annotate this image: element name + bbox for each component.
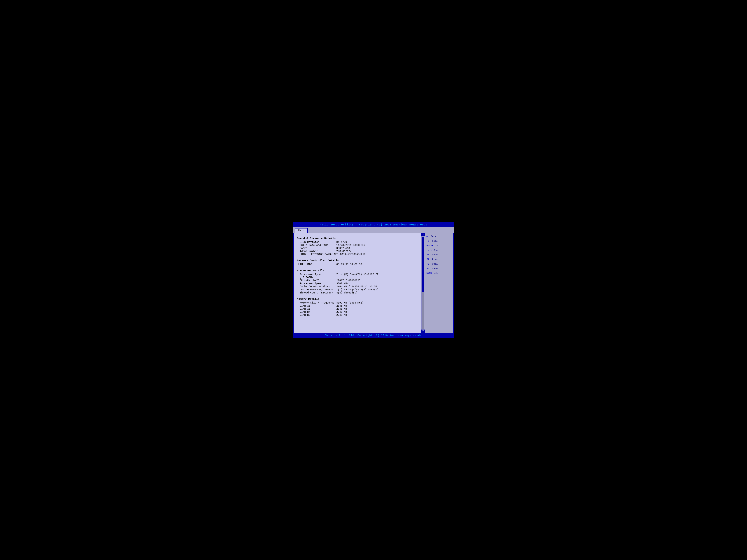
board-row: Board D3062-A13: [297, 247, 418, 250]
thread-count-value: 4(4) Thread(s): [336, 291, 358, 294]
board-value: D3062-A13: [336, 247, 350, 250]
cache-counts-row: Cache Counts & Sizes 2x64 KB / 2x256 KB …: [297, 285, 418, 288]
dimm-b2-value: 2048 MB: [336, 314, 347, 316]
help-select-item: ↑↓: Sele: [427, 239, 452, 243]
help-panel: ↔: Sele ↑↓: Sele Enter: S +/-: Cha F1: G…: [425, 233, 454, 333]
dimm-a1-row: DIMM A1 2048 MB: [297, 308, 418, 310]
help-f2: F2: Prev: [427, 258, 452, 261]
cache-counts-value: 2x64 KB / 2x256 KB / 1x3 MB: [336, 285, 377, 288]
dimm-a3-value: 2048 MB: [336, 304, 347, 307]
active-package-value: 1(1) Package(s) 2(2) Core(s): [336, 288, 379, 291]
content-panel: Board & Firmware Details BIOS Revision R…: [293, 233, 421, 333]
section-board-title: Board & Firmware Details: [297, 237, 418, 240]
help-desc-f3: Opti: [432, 263, 438, 265]
uuid-label: UUID: [297, 253, 311, 256]
scroll-thumb[interactable]: [422, 237, 424, 292]
processor-type-row: Processor Type Intel(R) Core(TM) i3-2120…: [297, 273, 418, 276]
help-desc-select-item: Sele: [432, 240, 438, 242]
active-package-row: Active Package, Core & 1(1) Package(s) 2…: [297, 288, 418, 291]
help-desc-select-menu: Sele: [431, 235, 436, 238]
help-desc-f4: Save: [432, 267, 438, 270]
dimm-b2-row: DIMM B2 2048 MB: [297, 314, 418, 316]
help-key-esc: ESC:: [427, 272, 432, 274]
build-date-label: Build Date and Time: [297, 244, 336, 247]
scroll-down-button[interactable]: ▼: [421, 329, 425, 333]
scrollbar[interactable]: ▲ ▼: [421, 233, 425, 333]
processor-type-value: Intel(R) Core(TM) i3-2120 CPU: [336, 273, 380, 276]
help-f3: F3: Opti: [427, 262, 452, 266]
scroll-track: [422, 237, 424, 329]
section-network-title: Network Controller Details: [297, 259, 418, 262]
ident-number-value: YLCK017177: [336, 250, 352, 253]
section-memory-title: Memory Details: [297, 298, 418, 301]
help-esc: ESC: Exi: [427, 271, 452, 275]
main-area: Board & Firmware Details BIOS Revision R…: [293, 233, 454, 333]
help-key-updown: ↑↓:: [427, 240, 431, 242]
build-date-row: Build Date and Time 11/23/2011 08:00:36: [297, 244, 418, 247]
help-select-menu: ↔: Sele: [427, 235, 452, 238]
dimm-a1-label: DIMM A1: [297, 308, 336, 310]
processor-continuation: @ 3.30GHz: [297, 276, 313, 279]
thread-count-row: Thread Count (maximum) 4(4) Thread(s): [297, 291, 418, 294]
processor-speed-label: Processor Speed: [297, 282, 336, 285]
help-desc-change: Cha: [434, 249, 438, 251]
lan-mac-value: 00:19:99:B4:C6:90: [336, 263, 362, 266]
help-f4: F4: Save: [427, 267, 452, 270]
memory-size-value: 8192 MB (1333 MHz): [336, 301, 363, 304]
lan-mac-label: LAN 1 MAC: [297, 263, 336, 266]
memory-size-row: Memory Size / Frequency 8192 MB (1333 MH…: [297, 301, 418, 304]
footer-bar: Version 2.11.1210. Copyright (C) 2010 Am…: [293, 333, 454, 338]
help-key-f4: F4:: [427, 267, 431, 270]
bios-revision-value: R1.17.0: [336, 241, 347, 244]
dimm-b4-row: DIMM B4 2048 MB: [297, 311, 418, 313]
processor-speed-value: 3300 MHz: [336, 282, 349, 285]
dimm-b4-value: 2048 MB: [336, 311, 347, 313]
board-label: Board: [297, 247, 336, 250]
help-desc-enter: S: [436, 244, 438, 247]
dimm-b4-label: DIMM B4: [297, 311, 336, 313]
dimm-a3-label: DIMM A3: [297, 304, 336, 307]
cpu-patch-label: CPU-/Patch-ID: [297, 279, 336, 282]
cpu-patch-value: 206A7 / 00000025: [336, 279, 360, 282]
title-bar: Aptio Setup Utility – Copyright (C) 2010…: [293, 222, 454, 228]
help-desc-f2: Prev: [432, 258, 438, 261]
help-key-enter: Enter:: [427, 244, 435, 247]
help-key-f1: F1:: [427, 254, 431, 256]
tab-main[interactable]: Main: [295, 228, 308, 233]
processor-type-label: Processor Type: [297, 273, 336, 276]
help-desc-f1: Gene: [432, 254, 438, 256]
cpu-patch-row: CPU-/Patch-ID 206A7 / 00000025: [297, 279, 418, 282]
tabs-row: Main: [293, 228, 454, 233]
title-text: Aptio Setup Utility – Copyright (C) 2010…: [319, 223, 428, 226]
scroll-up-button[interactable]: ▲: [421, 233, 425, 236]
help-f1: F1: Gene: [427, 253, 452, 257]
bios-screen: Aptio Setup Utility – Copyright (C) 2010…: [293, 222, 454, 338]
thread-count-label: Thread Count (maximum): [297, 291, 336, 294]
help-desc-esc: Exi: [434, 272, 438, 274]
help-enter: Enter: S: [427, 244, 452, 247]
section-processor-title: Processor Details: [297, 269, 418, 272]
footer-text: Version 2.11.1210. Copyright (C) 2010 Am…: [325, 334, 422, 337]
cache-counts-label: Cache Counts & Sizes: [297, 285, 336, 288]
help-key-arrows: ↔:: [427, 235, 429, 238]
processor-continuation-row: @ 3.30GHz: [297, 276, 418, 279]
ident-number-label: Ident Number: [297, 250, 336, 253]
uuid-value: EE793A85-DA43-11E0-ACB9-55EE0BAB121E: [311, 253, 365, 256]
help-key-plusminus: +/-:: [427, 249, 432, 251]
help-key-f3: F3:: [427, 263, 431, 265]
help-key-f2: F2:: [427, 258, 431, 261]
bios-revision-row: BIOS Revision R1.17.0: [297, 241, 418, 244]
active-package-label: Active Package, Core &: [297, 288, 336, 291]
ident-number-row: Ident Number YLCK017177: [297, 250, 418, 253]
uuid-row: UUID EE793A85-DA43-11E0-ACB9-55EE0BAB121…: [297, 253, 418, 256]
dimm-a3-row: DIMM A3 2048 MB: [297, 304, 418, 307]
dimm-a1-value: 2048 MB: [336, 308, 347, 310]
memory-size-label: Memory Size / Frequency: [297, 301, 336, 304]
build-date-value: 11/23/2011 08:00:36: [336, 244, 365, 247]
bios-revision-label: BIOS Revision: [297, 241, 336, 244]
processor-speed-row: Processor Speed 3300 MHz: [297, 282, 418, 285]
dimm-b2-label: DIMM B2: [297, 314, 336, 316]
help-change: +/-: Cha: [427, 248, 452, 252]
lan-mac-row: LAN 1 MAC 00:19:99:B4:C6:90: [297, 263, 418, 266]
